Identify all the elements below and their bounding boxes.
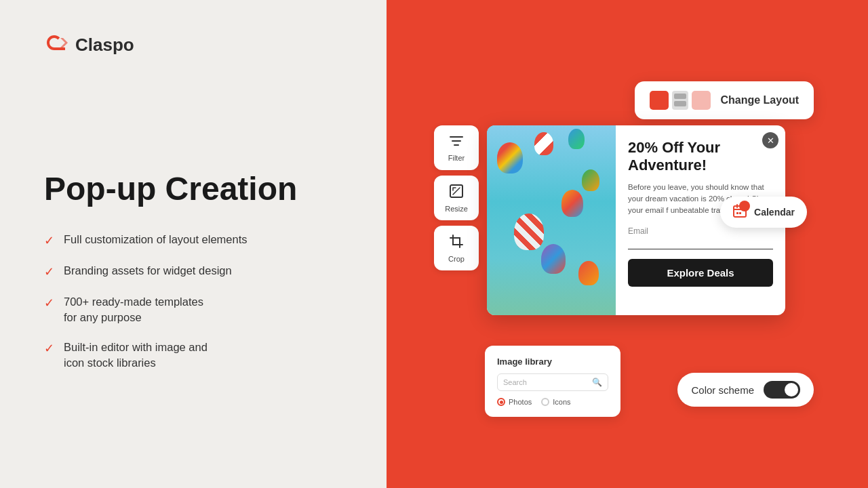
feature-text-3: 700+ ready-made templatesfor any purpose (64, 294, 203, 325)
icons-label: Icons (553, 398, 570, 406)
change-layout-label: Change Layout (720, 94, 799, 106)
left-panel: Claspo Pop-up Creation ✓ Full customizat… (0, 0, 387, 488)
svg-rect-1 (452, 140, 461, 142)
photos-label: Photos (509, 398, 532, 406)
filter-icon (449, 134, 464, 151)
filter-button[interactable]: Filter (434, 125, 479, 170)
feature-text-2: Branding assets for widget design (64, 263, 232, 279)
feature-text-4: Built-in editor with image andicon stock… (64, 340, 208, 371)
svg-rect-0 (450, 136, 463, 138)
page-heading: Pop-up Creation (44, 171, 346, 207)
search-icon: 🔍 (592, 378, 602, 387)
resize-button[interactable]: Resize (434, 176, 479, 220)
toolbar: Filter Resize Crop (434, 125, 479, 270)
photos-option[interactable]: Photos (497, 398, 532, 406)
feature-list: ✓ Full customization of layout elements … (44, 232, 346, 371)
image-library-search[interactable]: Search 🔍 (497, 373, 608, 391)
svg-rect-5 (736, 212, 738, 214)
layout-icon-3 (692, 91, 711, 110)
popup-image (487, 125, 616, 315)
close-button[interactable]: ✕ (762, 132, 778, 148)
right-panel: Change Layout Filter (387, 0, 868, 488)
email-input-line[interactable] (628, 239, 773, 249)
crop-button[interactable]: Crop (434, 226, 479, 270)
feature-text-1: Full customization of layout elements (64, 232, 248, 247)
feature-item: ✓ Branding assets for widget design (44, 263, 346, 281)
image-library: Image library Search 🔍 Photos Icons (485, 346, 620, 417)
feature-item: ✓ Full customization of layout elements (44, 232, 346, 249)
layout-icon-1 (650, 91, 669, 110)
logo: Claspo (44, 34, 134, 56)
photos-radio[interactable] (497, 398, 505, 406)
color-scheme-label: Color scheme (691, 384, 754, 396)
cta-button[interactable]: Explore Deals (628, 259, 773, 287)
calendar-label: Calendar (754, 207, 795, 218)
resize-icon (449, 184, 464, 202)
layout-icons (650, 91, 711, 110)
color-scheme-toggle[interactable] (764, 381, 800, 399)
search-placeholder: Search (503, 378, 588, 386)
calendar-pill[interactable]: Calendar (720, 197, 807, 228)
feature-item: ✓ Built-in editor with image andicon sto… (44, 340, 346, 371)
calendar-icon-wrap (732, 203, 747, 221)
crop-icon (449, 234, 464, 252)
check-icon-3: ✓ (44, 295, 54, 312)
icons-radio[interactable] (541, 398, 549, 406)
image-library-title: Image library (497, 357, 608, 367)
feature-item: ✓ 700+ ready-made templatesfor any purpo… (44, 294, 346, 325)
layout-icon-2 (672, 91, 688, 110)
svg-rect-2 (454, 144, 459, 146)
icons-option[interactable]: Icons (541, 398, 570, 406)
close-icon: ✕ (767, 136, 774, 146)
svg-rect-6 (739, 212, 741, 214)
crop-label: Crop (448, 255, 465, 263)
calendar-dot (739, 201, 750, 211)
resize-label: Resize (445, 205, 468, 213)
filter-label: Filter (448, 154, 465, 162)
check-icon-1: ✓ (44, 232, 54, 249)
change-layout-pill[interactable]: Change Layout (635, 81, 814, 119)
logo-text: Claspo (75, 35, 134, 56)
image-library-options: Photos Icons (497, 398, 608, 406)
logo-icon (44, 34, 68, 56)
check-icon-4: ✓ (44, 340, 54, 357)
color-scheme-pill[interactable]: Color scheme (677, 373, 814, 407)
check-icon-2: ✓ (44, 264, 54, 281)
popup-title: 20% Off Your Adventure! (628, 139, 773, 175)
